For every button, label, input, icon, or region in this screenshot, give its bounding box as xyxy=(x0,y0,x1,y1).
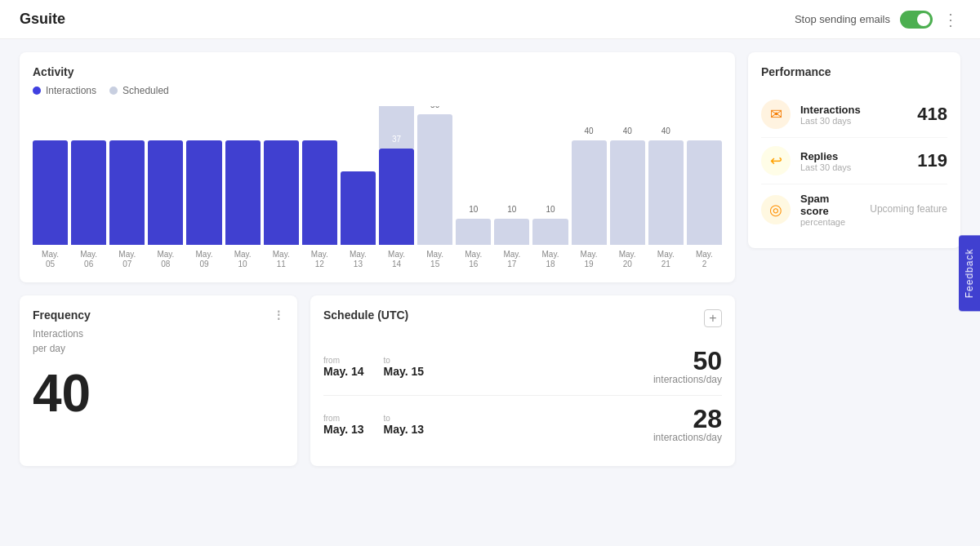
legend-interactions-label: Interactions xyxy=(46,85,96,96)
bar-date-label: May. 06 xyxy=(80,250,97,269)
header: Gsuite Stop sending emails ⋮ xyxy=(0,0,980,39)
schedule-from-label: From xyxy=(323,356,364,365)
legend-dot-scheduled xyxy=(109,87,118,95)
bar-gray xyxy=(648,140,684,245)
schedule-from-value: May. 14 xyxy=(323,365,364,378)
perf-info: Replies Last 30 days xyxy=(800,150,907,172)
perf-sub: percentage xyxy=(800,217,860,227)
performance-row: ✉ Interactions Last 30 days 418 xyxy=(761,91,947,138)
bar-group: 10May. 16 xyxy=(456,114,491,269)
bar-date-label: May. 14 xyxy=(388,250,405,269)
bar-blue-label: 40 xyxy=(199,127,208,135)
bar-blue-label: 40 xyxy=(84,127,93,135)
bar-group: 40May. 08 xyxy=(148,114,183,269)
schedule-interactions: 28 interactions/day xyxy=(653,406,722,443)
bar-date-label: May. 07 xyxy=(118,250,136,269)
bar-group: 10May. 17 xyxy=(494,114,529,269)
bar-blue-label: 40 xyxy=(46,127,55,135)
schedule-from: From May. 14 xyxy=(323,356,364,378)
performance-title: Performance xyxy=(761,65,947,78)
frequency-value: 40 xyxy=(33,367,284,419)
bar-group: 40May. 05 xyxy=(33,114,68,269)
perf-info: Spam score percentage xyxy=(800,193,860,227)
bar-date-label: May. 10 xyxy=(234,250,252,269)
bar-gray xyxy=(687,140,722,245)
schedule-to: to May. 13 xyxy=(384,414,425,436)
bar-group: 40May. 06 xyxy=(71,114,106,269)
legend-scheduled: Scheduled xyxy=(109,85,169,96)
bar-date-label: May. 13 xyxy=(350,250,367,269)
bar-blue-label: 40 xyxy=(238,127,247,135)
frequency-card-title: Frequency ⋮ xyxy=(33,309,284,322)
bar-gray-label: 50 xyxy=(430,106,439,109)
frequency-card: Frequency ⋮ Interactions per day 40 xyxy=(20,295,297,466)
schedule-unit: interactions/day xyxy=(653,374,722,385)
perf-icon-interactions: ✉ xyxy=(761,100,791,129)
schedule-date-group: From May. 14 to May. 15 xyxy=(323,356,634,378)
bar-group: 10May. 18 xyxy=(532,114,568,269)
bottom-row: Frequency ⋮ Interactions per day 40 Sche… xyxy=(20,295,735,466)
frequency-sub: per day xyxy=(33,343,284,354)
activity-card: Activity Interactions Scheduled 40May. 0… xyxy=(20,52,735,282)
feedback-tab[interactable]: Feedback xyxy=(959,235,980,311)
schedule-interactions: 50 interactions/day xyxy=(653,348,722,385)
bar-group: 40May. 11 xyxy=(264,114,299,269)
bar-date-label: May. 15 xyxy=(426,250,443,269)
bar-gray-label: 40 xyxy=(662,127,670,135)
schedule-title: Schedule (UTC) xyxy=(323,309,408,322)
schedule-add-button[interactable]: + xyxy=(704,309,722,327)
bar-gray-label: 10 xyxy=(546,205,555,214)
bar-date-label: May. 2 xyxy=(696,250,713,269)
bar-blue xyxy=(341,171,376,245)
bar-gray-label: 40 xyxy=(623,127,632,135)
bar-group: 40May. 21 xyxy=(648,114,684,269)
bar-group: 40May. 12 xyxy=(302,114,337,269)
chart-legend: Interactions Scheduled xyxy=(33,85,722,96)
bar-gray xyxy=(456,219,491,245)
bar-date-label: May. 05 xyxy=(42,250,59,269)
perf-sub: Last 30 days xyxy=(800,162,907,172)
perf-value: 119 xyxy=(917,150,947,171)
more-menu-button[interactable]: ⋮ xyxy=(942,10,960,29)
bar-blue-label: 28 xyxy=(354,158,363,166)
bar-blue xyxy=(186,140,221,245)
bar-gray-label: 10 xyxy=(469,205,478,214)
bar-date-label: May. 18 xyxy=(542,250,559,269)
performance-rows: ✉ Interactions Last 30 days 418 ↩ Replie… xyxy=(761,91,947,235)
perf-name: Spam score xyxy=(800,193,860,217)
bar-date-label: May. 21 xyxy=(657,250,675,269)
schedule-from-label: From xyxy=(323,414,364,423)
bar-date-label: May. 20 xyxy=(619,250,636,269)
bar-blue-label: 40 xyxy=(122,127,131,135)
bar-gray xyxy=(572,140,607,245)
schedule-date-group: From May. 13 to May. 13 xyxy=(323,414,634,436)
bar-gray xyxy=(532,219,568,245)
main-content: Activity Interactions Scheduled 40May. 0… xyxy=(0,39,980,546)
schedule-card: Schedule (UTC) + From May. 14 to May. 15… xyxy=(310,295,735,466)
bar-date-label: May. 08 xyxy=(157,250,174,269)
bar-group: 5037May. 14 xyxy=(379,114,414,269)
bar-blue xyxy=(109,140,145,245)
bar-blue xyxy=(148,140,183,245)
bar-blue-label: 40 xyxy=(161,127,170,135)
schedule-to-value: May. 15 xyxy=(384,365,425,378)
schedule-from-value: May. 13 xyxy=(323,423,364,436)
bar-date-label: May. 17 xyxy=(503,250,520,269)
schedule-to-label: to xyxy=(384,356,425,365)
bar-blue xyxy=(33,140,68,245)
schedule-row: From May. 14 to May. 15 50 interactions/… xyxy=(323,338,722,396)
bar-gray-label: 40 xyxy=(585,127,594,135)
bar-date-label: May. 09 xyxy=(196,250,213,269)
frequency-menu[interactable]: ⋮ xyxy=(273,309,284,322)
perf-value: 418 xyxy=(917,104,947,125)
schedule-unit: interactions/day xyxy=(653,432,722,443)
schedule-to: to May. 15 xyxy=(384,356,425,378)
bar-date-label: May. 19 xyxy=(581,250,598,269)
stop-emails-label: Stop sending emails xyxy=(795,13,890,25)
performance-row: ◎ Spam score percentage Upcoming feature xyxy=(761,184,947,235)
frequency-title: Frequency xyxy=(33,309,91,322)
stop-emails-toggle[interactable] xyxy=(900,11,933,29)
bar-blue-label: 40 xyxy=(277,127,286,135)
bar-group: May. 2 xyxy=(687,114,722,269)
bar-blue xyxy=(264,140,299,245)
